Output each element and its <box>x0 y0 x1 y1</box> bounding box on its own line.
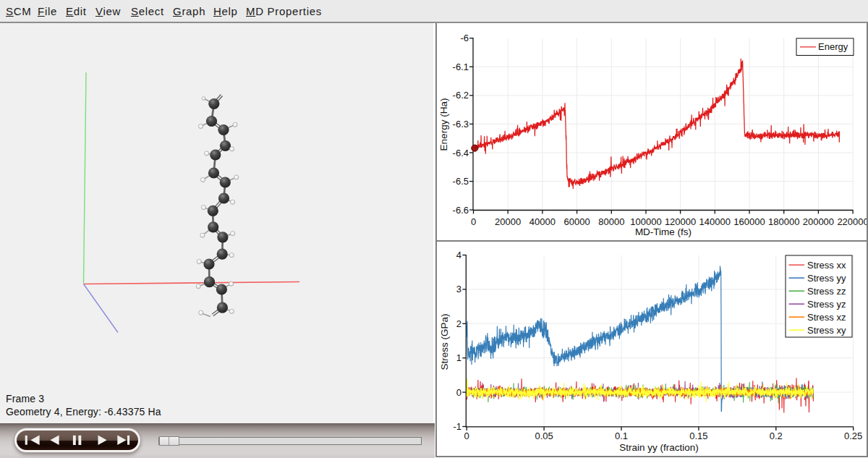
svg-text:-6.1: -6.1 <box>453 62 469 72</box>
svg-text:100000: 100000 <box>630 216 661 227</box>
svg-text:Stress yz: Stress yz <box>807 299 846 310</box>
svg-text:0.05: 0.05 <box>535 431 553 441</box>
svg-text:4: 4 <box>456 250 461 260</box>
svg-text:Stress xz: Stress xz <box>807 312 846 323</box>
svg-text:Stress zz: Stress zz <box>807 286 846 297</box>
svg-text:-6: -6 <box>460 33 469 43</box>
svg-text:200000: 200000 <box>803 216 834 227</box>
svg-text:0.15: 0.15 <box>689 431 707 441</box>
svg-text:Strain yy (fraction): Strain yy (fraction) <box>619 442 699 453</box>
svg-text:Energy: Energy <box>818 41 848 52</box>
svg-text:140000: 140000 <box>699 216 731 227</box>
svg-text:-1: -1 <box>453 421 461 432</box>
svg-text:40000: 40000 <box>529 216 556 227</box>
svg-text:160000: 160000 <box>733 216 765 227</box>
svg-text:Stress xy: Stress xy <box>807 325 846 336</box>
svg-text:0.2: 0.2 <box>770 431 783 441</box>
svg-text:0.25: 0.25 <box>844 431 862 441</box>
svg-text:-6.2: -6.2 <box>453 90 469 101</box>
svg-text:Stress yy: Stress yy <box>807 273 846 284</box>
svg-text:MD-Time (fs): MD-Time (fs) <box>635 226 692 237</box>
svg-text:180000: 180000 <box>768 216 799 227</box>
svg-text:80000: 80000 <box>598 216 624 227</box>
svg-text:-6.5: -6.5 <box>453 176 469 187</box>
svg-text:-6.4: -6.4 <box>453 148 469 158</box>
svg-text:0: 0 <box>456 387 461 398</box>
svg-text:2: 2 <box>456 318 461 329</box>
svg-text:20000: 20000 <box>495 216 521 227</box>
svg-text:Stress (GPa): Stress (GPa) <box>439 313 450 370</box>
svg-text:60000: 60000 <box>564 216 590 227</box>
svg-text:-6.6: -6.6 <box>453 205 469 216</box>
svg-text:1: 1 <box>456 352 461 363</box>
svg-text:220000: 220000 <box>837 216 867 227</box>
svg-text:0.1: 0.1 <box>615 431 628 441</box>
svg-text:Stress xx: Stress xx <box>807 260 846 271</box>
svg-text:Energy (Ha): Energy (Ha) <box>438 98 449 151</box>
svg-text:-6.3: -6.3 <box>453 119 469 130</box>
svg-text:3: 3 <box>456 284 461 294</box>
svg-text:0: 0 <box>464 431 469 441</box>
svg-text:120000: 120000 <box>665 216 696 227</box>
svg-text:0: 0 <box>471 216 476 227</box>
